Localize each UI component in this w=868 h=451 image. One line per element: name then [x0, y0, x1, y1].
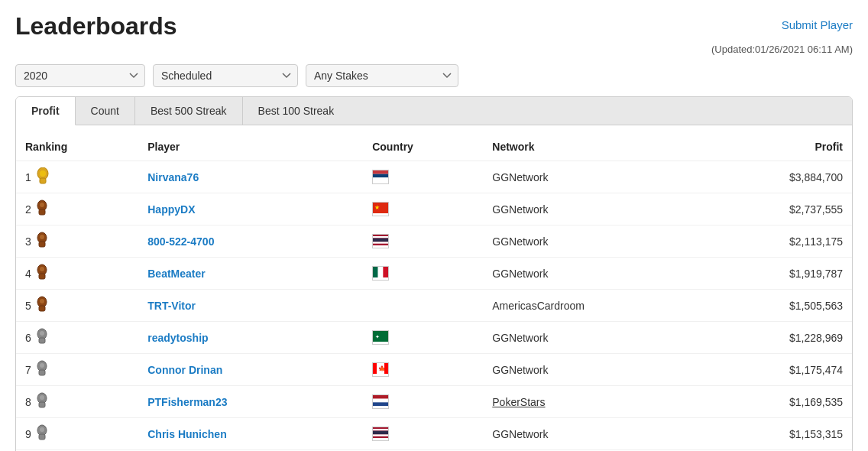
network-cell: GGNetwork — [483, 226, 706, 258]
avatar-icon — [36, 392, 48, 411]
tab-count[interactable]: Count — [76, 97, 135, 125]
network-cell: GGNetwork — [483, 193, 706, 226]
svg-rect-40 — [39, 402, 45, 407]
network-link[interactable]: PokerStars — [492, 396, 545, 408]
avatar-icon — [36, 296, 48, 315]
network-name: AmericasCardroom — [492, 300, 585, 312]
tabs-container: Profit Count Best 500 Streak Best 100 St… — [15, 96, 853, 451]
rank-number: 9 — [25, 428, 31, 440]
table-header: Ranking Player Country Network Profit — [16, 133, 852, 161]
table-container: Ranking Player Country Network Profit 1N… — [16, 125, 852, 451]
svg-point-13 — [40, 235, 44, 239]
svg-rect-12 — [39, 242, 45, 247]
svg-point-34 — [40, 363, 44, 368]
player-cell: Chris Hunichen — [138, 418, 363, 450]
svg-rect-7 — [39, 209, 45, 215]
rank-cell: 1 — [16, 161, 138, 193]
country-flag: ★ — [372, 202, 389, 216]
rank-cell: 5 — [16, 290, 138, 322]
svg-rect-25 — [39, 306, 45, 311]
updated-info: (Updated:01/26/2021 06:11 AM) — [0, 41, 868, 60]
rank-cell: 3 — [16, 226, 138, 258]
avatar-icon — [36, 167, 50, 187]
player-link[interactable]: TRT-Vitor — [147, 300, 196, 312]
svg-rect-35 — [373, 363, 377, 374]
player-cell: Connor Drinan — [138, 354, 363, 386]
svg-text:🍁: 🍁 — [378, 365, 386, 372]
player-link[interactable]: readytoship — [147, 332, 208, 344]
country-flag — [372, 234, 389, 248]
svg-rect-4 — [373, 174, 388, 178]
avatar-icon — [36, 232, 48, 251]
player-link[interactable]: PTFisherman23 — [147, 396, 227, 408]
country-flag — [372, 427, 389, 441]
avatar-icon — [36, 360, 48, 379]
player-link[interactable]: Connor Drinan — [147, 364, 222, 376]
country-flag: 🍁 — [372, 362, 389, 377]
stakes-filter[interactable]: Any StakesLowMediumHighNosebleed — [306, 64, 458, 87]
filters-row: 2020201920182017 ScheduledCashSit & Go A… — [0, 60, 868, 96]
player-link[interactable]: Nirvana76 — [147, 171, 199, 183]
rank-number: 5 — [25, 300, 31, 312]
table-row: 8PTFisherman23PokerStars$1,169,535 — [16, 386, 852, 418]
main-content: Profit Count Best 500 Streak Best 100 St… — [0, 96, 868, 451]
tab-best100[interactable]: Best 100 Streak — [243, 97, 350, 125]
network-cell: GGNetwork — [483, 418, 706, 450]
avatar-icon — [36, 424, 48, 443]
svg-rect-51 — [373, 434, 388, 436]
svg-point-20 — [40, 267, 44, 271]
country-cell — [363, 386, 483, 418]
player-cell: TRT-Vitor — [138, 290, 363, 322]
svg-rect-23 — [384, 267, 389, 277]
network-name: GGNetwork — [492, 332, 548, 344]
svg-rect-16 — [373, 238, 388, 242]
player-link[interactable]: Chris Hunichen — [147, 428, 226, 440]
player-cell: HappyDX — [138, 193, 363, 226]
network-name: GGNetwork — [492, 268, 548, 280]
svg-rect-17 — [373, 242, 388, 243]
col-ranking: Ranking — [16, 133, 138, 161]
tab-profit[interactable]: Profit — [16, 97, 76, 125]
network-name: GGNetwork — [492, 235, 548, 248]
player-cell: BeatMeater — [138, 258, 363, 290]
country-flag — [372, 170, 389, 184]
svg-rect-33 — [39, 370, 45, 375]
country-flag: ✦ — [372, 330, 389, 345]
player-link[interactable]: 800-522-4700 — [147, 235, 214, 248]
rank-number: 8 — [25, 396, 31, 408]
svg-rect-5 — [373, 177, 388, 181]
network-cell: GGNetwork — [483, 258, 706, 290]
profit-cell: $1,228,969 — [707, 322, 852, 354]
svg-point-2 — [40, 170, 46, 177]
network-cell: GGNetwork — [483, 322, 706, 354]
year-filter[interactable]: 2020201920182017 — [15, 64, 145, 87]
profit-cell: $2,113,175 — [707, 226, 852, 258]
svg-rect-43 — [373, 399, 388, 403]
svg-rect-46 — [39, 434, 45, 440]
rank-cell: 9 — [16, 418, 138, 450]
player-cell: PTFisherman23 — [138, 386, 363, 418]
submit-player-link[interactable]: Submit Player — [782, 18, 853, 31]
player-link[interactable]: HappyDX — [147, 203, 195, 216]
tabs-header: Profit Count Best 500 Streak Best 100 St… — [16, 97, 852, 125]
rank-cell: 4 — [16, 258, 138, 290]
rank-number: 7 — [25, 364, 31, 376]
country-cell: 🍁 — [363, 354, 483, 386]
svg-point-47 — [40, 427, 44, 432]
player-cell: readytoship — [138, 322, 363, 354]
country-cell — [363, 226, 483, 258]
svg-text:★: ★ — [374, 204, 380, 211]
rank-cell: 2 — [16, 193, 138, 226]
table-row: 6readytoship✦GGNetwork$1,228,969 — [16, 322, 852, 354]
type-filter[interactable]: ScheduledCashSit & Go — [153, 64, 298, 87]
player-link[interactable]: BeatMeater — [147, 268, 205, 280]
avatar-icon — [36, 328, 48, 347]
page-title: Leaderboards — [15, 12, 177, 41]
header-area: Leaderboards Submit Player — [0, 0, 868, 41]
rank-number: 1 — [25, 171, 31, 183]
svg-rect-15 — [373, 236, 388, 238]
svg-rect-44 — [373, 402, 388, 406]
tab-best500[interactable]: Best 500 Streak — [135, 97, 243, 125]
player-cell: Nirvana76 — [138, 161, 363, 193]
country-cell: ✦ — [363, 322, 483, 354]
